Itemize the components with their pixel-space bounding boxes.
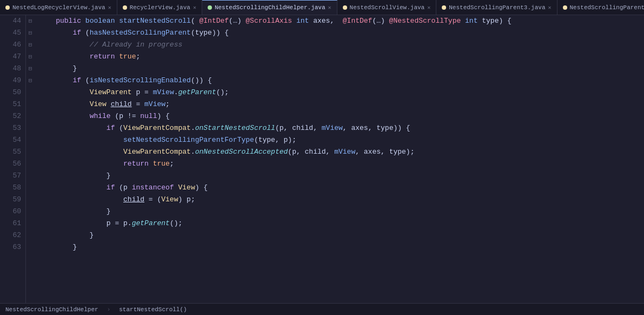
tab-label: NestedScrollingParent2.java	[570, 4, 644, 11]
tab-close-icon[interactable]: ✕	[193, 4, 196, 11]
code-line-54: setNestedScrollingParentForType(type, p)…	[39, 134, 644, 146]
tab-label: NestedLogRecyclerView.java	[12, 4, 105, 11]
code-line-60: }	[39, 206, 644, 218]
tab-close-icon[interactable]: ✕	[328, 4, 331, 11]
editor-area: 44 45 46 47 48 49 50 51 52 53 54 55 56 5…	[0, 15, 644, 303]
tab-icon	[343, 5, 347, 10]
status-method: startNestedScroll()	[119, 306, 187, 313]
tab-label: NestedScrollingParent3.java	[449, 4, 545, 11]
code-line-63: }	[39, 241, 644, 253]
tab-icon	[123, 5, 127, 10]
tab-nestedscrollingparent3[interactable]: NestedScrollingParent3.java ✕	[436, 0, 557, 15]
code-line-46: // Already in progress	[39, 39, 644, 51]
tab-icon	[5, 5, 10, 10]
code-line-62: }	[39, 229, 644, 241]
line-numbers: 44 45 46 47 48 49 50 51 52 53 54 55 56 5…	[0, 15, 26, 303]
tab-nestedscrollview[interactable]: NestedScrollView.java ✕	[337, 0, 437, 15]
code-line-58: if (p instanceof View) {	[39, 182, 644, 194]
tab-recyclerview[interactable]: RecyclerView.java ✕	[117, 0, 202, 15]
tab-close-icon[interactable]: ✕	[108, 4, 111, 11]
tab-close-icon[interactable]: ✕	[548, 4, 551, 11]
tab-close-icon[interactable]: ✕	[427, 4, 430, 11]
fold-gutter: ⊟ ⊟ ⊟ ⊟ ⊟ ⊟	[26, 15, 35, 303]
tab-bar: NestedLogRecyclerView.java ✕ RecyclerVie…	[0, 0, 644, 15]
tab-nestedscrollingchildhelper[interactable]: NestedScrollingChildHelper.java ✕	[202, 0, 337, 15]
code-line-51: View child = mView;	[39, 99, 644, 110]
status-file: NestedScrollingChildHelper	[5, 306, 98, 313]
tab-label: RecyclerView.java	[130, 4, 190, 11]
tab-nestedlogrecyclerview[interactable]: NestedLogRecyclerView.java ✕	[0, 0, 117, 15]
code-line-49: if (isNestedScrollingEnabled()) {	[39, 75, 644, 87]
code-line-50: ViewParent p = mView.getParent();	[39, 87, 644, 99]
status-bar: NestedScrollingChildHelper › startNested…	[0, 303, 644, 315]
code-lines: public boolean startNestedScroll( @IntDe…	[35, 15, 644, 303]
tab-nestedscrollingparent2[interactable]: NestedScrollingParent2.java ✕	[557, 0, 644, 15]
tab-icon	[442, 5, 446, 10]
code-line-52: while (p != null) {	[39, 110, 644, 122]
code-line-48: }	[39, 63, 644, 75]
code-container[interactable]: 44 45 46 47 48 49 50 51 52 53 54 55 56 5…	[0, 15, 644, 303]
code-line-55: ViewParentCompat.onNestedScrollAccepted(…	[39, 146, 644, 158]
code-line-45: if (hasNestedScrollingParent(type)) {	[39, 27, 644, 39]
code-line-44: public boolean startNestedScroll( @IntDe…	[39, 15, 644, 27]
tab-icon	[563, 5, 567, 10]
code-line-56: return true;	[39, 158, 644, 170]
code-line-57: }	[39, 170, 644, 182]
code-line-53: if (ViewParentCompat.onStartNestedScroll…	[39, 122, 644, 134]
tab-icon	[208, 5, 212, 10]
code-line-61: p = p.getParent();	[39, 218, 644, 229]
code-line-59: child = (View) p;	[39, 194, 644, 206]
code-line-47: return true;	[39, 51, 644, 63]
tab-label: NestedScrollView.java	[350, 4, 425, 11]
tab-label: NestedScrollingChildHelper.java	[215, 4, 326, 11]
